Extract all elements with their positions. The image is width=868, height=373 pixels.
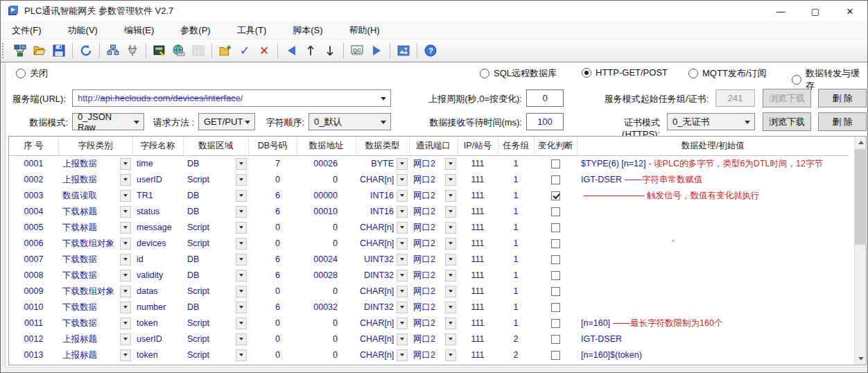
chevron-down-icon[interactable]	[236, 254, 247, 266]
cell-area[interactable]: DB	[183, 155, 248, 172]
delete-button-2[interactable]: 删 除	[818, 112, 867, 131]
change-checkbox[interactable]	[551, 303, 560, 312]
cell-ip[interactable]: 111	[458, 204, 498, 220]
cell-port[interactable]: 网口2	[409, 220, 458, 236]
change-checkbox[interactable]	[551, 239, 560, 248]
radio-closed-circle[interactable]	[16, 69, 26, 78]
cell-ip[interactable]: 111	[458, 220, 498, 236]
cell-group[interactable]: 1	[498, 315, 534, 331]
cell-init[interactable]	[577, 284, 849, 300]
chevron-down-icon[interactable]	[236, 318, 247, 329]
scroll-up-icon[interactable]	[855, 137, 867, 148]
help-icon[interactable]: ?	[422, 42, 439, 59]
chevron-down-icon[interactable]	[445, 174, 456, 186]
cell-group[interactable]: 1	[498, 284, 534, 300]
chevron-down-icon[interactable]	[445, 333, 456, 345]
radio-http-circle[interactable]	[582, 68, 591, 78]
run-play-icon[interactable]	[368, 42, 385, 59]
refresh-icon[interactable]	[78, 42, 94, 59]
cell-field[interactable]: message	[132, 220, 183, 236]
cell-db[interactable]: 6	[248, 300, 297, 315]
cell-seq[interactable]: 0002	[9, 172, 58, 188]
browse-download-button-2[interactable]: 浏览下载	[763, 112, 811, 131]
cell-seq[interactable]: 0011	[9, 315, 58, 331]
menu-tools[interactable]: 工具(T)	[234, 23, 270, 38]
chevron-down-icon[interactable]	[445, 318, 456, 329]
menu-params[interactable]: 参数(P)	[177, 23, 213, 38]
change-checkbox[interactable]	[551, 335, 560, 344]
qc-monitor-icon[interactable]: QC	[349, 42, 365, 59]
cell-seq[interactable]: 0003	[9, 188, 58, 204]
cell-category[interactable]: 下载数据	[58, 252, 132, 268]
report-period-input[interactable]: 0	[526, 89, 564, 107]
cell-db[interactable]: 0	[248, 284, 297, 300]
cell-group[interactable]: 1	[498, 172, 534, 188]
cell-group[interactable]: 1	[498, 204, 534, 220]
cell-category[interactable]: 下载数据	[58, 268, 132, 284]
chevron-down-icon[interactable]	[397, 206, 408, 218]
toolbar-grip[interactable]	[2, 43, 6, 58]
chevron-down-icon[interactable]	[397, 238, 408, 250]
wait-time-input[interactable]: 100	[526, 113, 564, 130]
radio-closed[interactable]: 关闭	[16, 67, 48, 80]
cell-field[interactable]: token	[132, 347, 183, 363]
cell-category[interactable]: 上报数据	[58, 172, 132, 188]
data-mode-select[interactable]: 0_JSON Raw	[72, 113, 144, 130]
chevron-down-icon[interactable]	[445, 222, 456, 234]
cell-type[interactable]: CHAR[n]	[356, 220, 409, 236]
cell-ip[interactable]: 111	[458, 188, 498, 204]
chevron-down-icon[interactable]	[236, 238, 247, 250]
cell-group[interactable]: 1	[498, 300, 534, 315]
cell-db[interactable]: 0	[248, 315, 297, 331]
cell-field[interactable]: devices	[132, 236, 183, 252]
cell-area[interactable]: Script	[183, 347, 248, 363]
cell-type[interactable]: CHAR[n]	[356, 284, 409, 300]
cell-area[interactable]: DB	[183, 268, 248, 284]
cell-type[interactable]: CHAR[n]	[356, 236, 409, 252]
cell-addr[interactable]: 00010	[297, 204, 356, 220]
scrollbar-thumb[interactable]	[855, 149, 867, 245]
cell-port[interactable]: 网口2	[409, 252, 458, 268]
cell-ip[interactable]: 111	[458, 236, 498, 252]
change-checkbox[interactable]	[551, 351, 560, 360]
chevron-down-icon[interactable]	[397, 318, 408, 329]
chevron-down-icon[interactable]	[120, 190, 131, 202]
cell-ip[interactable]: 111	[458, 252, 498, 268]
chevron-down-icon[interactable]	[397, 254, 408, 266]
vertical-scrollbar[interactable]	[854, 137, 866, 365]
cell-addr[interactable]: 0	[297, 347, 356, 363]
cell-field[interactable]: userID	[132, 172, 183, 188]
cell-port[interactable]: 网口2	[409, 268, 458, 284]
cell-group[interactable]: 1	[498, 236, 534, 252]
folder-open-icon[interactable]	[31, 42, 48, 59]
chevron-down-icon[interactable]	[445, 158, 456, 170]
cell-type[interactable]: CHAR[n]	[356, 331, 409, 347]
cell-db[interactable]: 0	[248, 331, 297, 347]
radio-forward-circle[interactable]	[792, 75, 801, 85]
cell-ip[interactable]: 111	[458, 268, 498, 284]
cell-type[interactable]: CHAR[n]	[356, 347, 409, 363]
chevron-down-icon[interactable]	[397, 270, 408, 281]
chevron-down-icon[interactable]	[236, 190, 247, 202]
cell-seq[interactable]: 0010	[9, 300, 58, 315]
change-checkbox[interactable]	[551, 159, 560, 168]
chevron-down-icon[interactable]	[120, 222, 131, 234]
cell-area[interactable]: Script	[183, 236, 248, 252]
delete-button-1[interactable]: 删 除	[818, 89, 867, 107]
cell-ip[interactable]: 111	[458, 172, 498, 188]
cell-db[interactable]: 0	[248, 347, 297, 363]
cell-seq[interactable]: 0007	[9, 252, 58, 268]
folder-add-icon[interactable]	[217, 42, 234, 59]
cell-field[interactable]: number	[132, 300, 183, 315]
cell-port[interactable]: 网口2	[409, 204, 458, 220]
url-combobox[interactable]: http://api.heclouds.com/devices/interfac…	[72, 89, 391, 107]
chevron-down-icon[interactable]	[120, 318, 131, 329]
close-icon[interactable]: ✕	[833, 1, 867, 21]
cell-type[interactable]: BYTE	[356, 155, 409, 172]
cell-ip[interactable]: 111	[458, 155, 498, 172]
cell-type[interactable]: DINT32	[356, 300, 409, 315]
change-checkbox[interactable]	[551, 175, 560, 184]
cell-area[interactable]: Script	[183, 315, 248, 331]
chevron-down-icon[interactable]	[236, 270, 247, 281]
cell-port[interactable]: 网口2	[409, 315, 458, 331]
